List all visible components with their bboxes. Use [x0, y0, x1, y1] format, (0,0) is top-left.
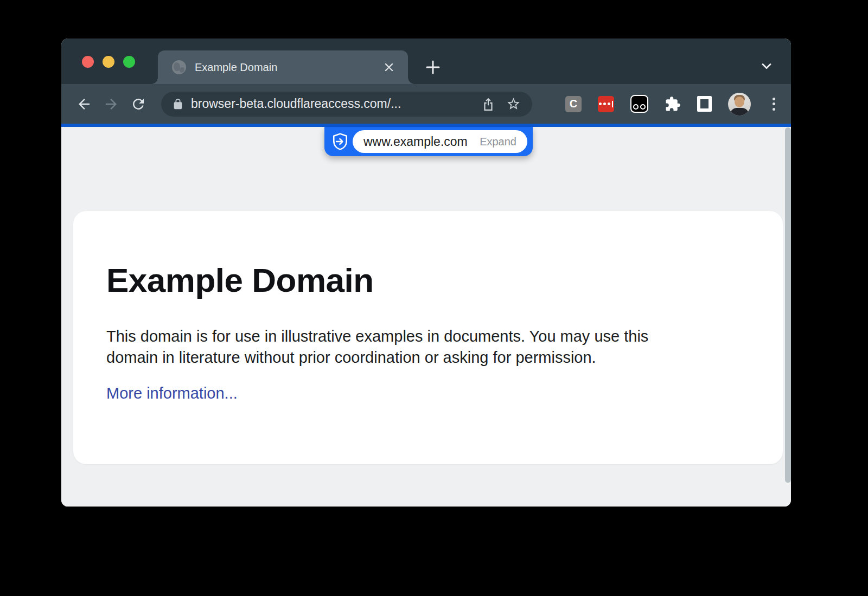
binoculars-icon — [633, 104, 639, 110]
reload-icon — [130, 96, 146, 112]
close-window-button[interactable] — [82, 56, 94, 68]
lastpass-dots-icon — [599, 102, 602, 105]
lastpass-extension-button[interactable] — [598, 96, 614, 112]
back-arrow-icon — [76, 96, 92, 112]
frame-extension-button[interactable] — [697, 96, 712, 112]
lock-icon[interactable] — [172, 98, 184, 110]
plus-icon — [425, 59, 441, 75]
browser-window: Example Domain — [61, 39, 791, 507]
isolated-domain-pill: www.example.com Expand — [353, 130, 527, 153]
chevron-down-icon — [759, 59, 774, 74]
c-extension-button[interactable]: C — [565, 96, 582, 112]
browser-menu-button[interactable] — [767, 93, 780, 115]
binoculars-extension-button[interactable] — [630, 95, 648, 113]
reload-button[interactable] — [127, 93, 149, 115]
forward-button[interactable] — [100, 93, 122, 115]
page-title: Example Domain — [106, 262, 750, 299]
close-icon — [383, 61, 395, 73]
expand-button[interactable]: Expand — [480, 136, 516, 148]
forward-arrow-icon — [103, 96, 119, 112]
kebab-menu-icon — [773, 98, 775, 100]
extension-cluster: C — [565, 93, 780, 116]
tab-strip: Example Domain — [61, 39, 791, 84]
vertical-scrollbar-thumb[interactable] — [785, 127, 791, 483]
bookmark-button[interactable] — [505, 96, 521, 112]
tab-close-button[interactable] — [381, 59, 397, 75]
url-text: browser-beta.cloudflareaccess.com/... — [191, 97, 471, 111]
paragraph-line: domain in literature without prior coord… — [106, 347, 750, 368]
extensions-puzzle-button[interactable] — [665, 96, 681, 112]
share-button[interactable] — [480, 96, 496, 112]
address-bar[interactable]: browser-beta.cloudflareaccess.com/... — [161, 92, 532, 117]
back-button[interactable] — [73, 93, 95, 115]
window-controls — [82, 56, 135, 68]
new-tab-button[interactable] — [423, 57, 443, 77]
paragraph-line: This domain is for use in illustrative e… — [106, 326, 750, 347]
minimize-window-button[interactable] — [103, 56, 114, 68]
page-paragraph: This domain is for use in illustrative e… — [106, 326, 750, 368]
share-icon — [481, 97, 495, 111]
more-information-link[interactable]: More information... — [106, 384, 238, 402]
tab-title: Example Domain — [195, 61, 381, 74]
puzzle-icon — [666, 97, 680, 111]
tab-search-button[interactable] — [758, 58, 775, 74]
profile-avatar[interactable] — [728, 93, 751, 116]
isolated-domain-text: www.example.com — [363, 134, 468, 149]
zoom-window-button[interactable] — [123, 56, 135, 68]
content-card: Example Domain This domain is for use in… — [73, 211, 783, 464]
toolbar: browser-beta.cloudflareaccess.com/... C — [61, 84, 791, 124]
isolation-badge: www.example.com Expand — [324, 127, 533, 156]
shield-arrow-icon — [331, 132, 349, 151]
globe-favicon-icon — [172, 60, 186, 74]
page-viewport: www.example.com Expand Example Domain Th… — [61, 127, 791, 507]
tab-example-domain[interactable]: Example Domain — [158, 50, 408, 84]
star-icon — [506, 97, 521, 111]
